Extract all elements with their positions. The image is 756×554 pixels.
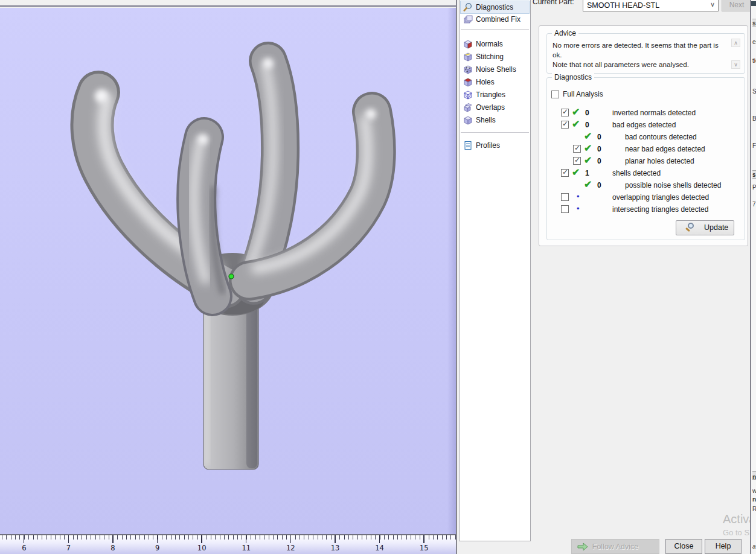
row-label: near bad edges detected: [625, 145, 705, 153]
green-arrow-icon: [577, 542, 589, 552]
ruler-major-ticks: [24, 535, 456, 543]
ok-check-icon: ✔: [584, 154, 592, 166]
row-checkbox[interactable]: [573, 145, 581, 153]
row-count: 0: [597, 133, 601, 141]
row-label: shells detected: [612, 169, 661, 177]
row-label: overlapping triangles detected: [612, 193, 709, 202]
clipped-text: s: [752, 171, 756, 178]
advice-title: Advice: [552, 29, 578, 37]
ruler-number: 15: [402, 544, 446, 552]
ok-check-icon: ✔: [584, 130, 592, 142]
ruler-number: 10: [179, 544, 224, 552]
sidebar-item-diagnostics[interactable]: Diagnostics: [461, 1, 529, 13]
clipped-text: Pa: [752, 184, 756, 191]
current-part-dropdown[interactable]: SMOOTH HEAD-STL ∨: [583, 0, 719, 11]
ok-check-icon: ✔: [572, 106, 580, 118]
sidebar-item-label: Triangles: [476, 91, 505, 99]
close-button[interactable]: Close: [665, 539, 702, 554]
clipped-right-panel: s es tio S B F s Pa 7. n wi ne R a: [750, 0, 756, 554]
ok-check-icon: ✔: [584, 142, 592, 154]
clipped-text: B: [752, 115, 756, 122]
application-window: 6 7 8 9 10 11 12 13 14 15 Diagnostics: [0, 0, 756, 554]
activation-watermark-line2: Go to S: [723, 528, 749, 537]
sidebar-item-label: Holes: [476, 78, 495, 86]
3d-viewport[interactable]: [0, 8, 456, 534]
clipped-text: wi: [752, 488, 756, 494]
sidebar-item-label: Diagnostics: [476, 3, 513, 11]
sidebar-item-stitching[interactable]: Stitching: [461, 51, 529, 63]
clipped-text: es: [752, 39, 756, 45]
ruler-number: 12: [269, 544, 313, 552]
sidebar-item-combined-fix[interactable]: Combined Fix: [461, 13, 529, 25]
row-checkbox[interactable]: [561, 169, 569, 177]
diag-row-bad-edges: ✔ 0 bad edges detected: [457, 119, 747, 132]
sidebar-item-triangles[interactable]: Triangles: [461, 89, 529, 101]
model-front-prong: [194, 134, 222, 296]
next-button[interactable]: Next: [722, 0, 752, 11]
diag-row-intersecting-triangles: • intersecting triangles detected: [457, 204, 747, 216]
row-checkbox[interactable]: [561, 205, 569, 213]
row-checkbox[interactable]: [573, 157, 581, 165]
advice-scrollbar[interactable]: ∧ ∨: [731, 39, 740, 69]
current-part-label: Current Part:: [533, 0, 574, 6]
ruler-number: 7: [46, 544, 91, 552]
ruler-number: 11: [224, 544, 269, 552]
advice-groupbox: Advice No more errors are detected. It s…: [546, 33, 745, 74]
row-label: bad edges detected: [612, 121, 676, 129]
row-label: inverted normals detected: [612, 109, 696, 117]
ok-check-icon: ✔: [572, 167, 580, 178]
origin-marker: [229, 274, 234, 279]
diag-row-planar-holes: ✔ 0 planar holes detected: [457, 156, 747, 168]
diagnostics-title: Diagnostics: [552, 73, 594, 81]
row-checkbox[interactable]: [561, 121, 569, 129]
advice-text: No more errors are detected. It seems th…: [553, 40, 725, 69]
clipped-text: tio: [752, 57, 756, 64]
cube-red-top-icon: [463, 77, 473, 87]
sidebar-separator: [461, 29, 529, 30]
full-analysis-row: Full Analysis: [551, 90, 603, 98]
row-count: 0: [597, 181, 601, 189]
update-button[interactable]: Update: [676, 220, 734, 235]
advice-line: No more errors are detected. It seems th…: [553, 40, 725, 60]
horizontal-ruler: 6 7 8 9 10 11 12 13 14 15: [0, 534, 456, 554]
sidebar-item-label: Noise Shells: [476, 65, 516, 74]
row-label: planar holes detected: [625, 157, 694, 165]
sidebar-item-label: Normals: [476, 40, 503, 48]
cube-dots-icon: [463, 65, 473, 74]
ok-check-icon: ✔: [584, 179, 592, 190]
clipped-text: R: [752, 506, 756, 512]
scroll-down-icon[interactable]: ∨: [731, 60, 740, 69]
diag-row-overlapping-triangles: • overlapping triangles detected: [457, 192, 747, 204]
ruler-number: 8: [91, 544, 135, 552]
follow-advice-button[interactable]: Follow Advice: [571, 539, 659, 554]
toolbar-edge: [0, 0, 456, 7]
clipped-text: S: [752, 88, 756, 95]
row-label: bad contours detected: [625, 133, 697, 141]
sidebar-item-holes[interactable]: Holes: [461, 76, 529, 88]
info-dot-icon: •: [577, 204, 580, 213]
clipped-text: n: [752, 474, 756, 480]
ruler-number: 9: [135, 544, 180, 552]
wizard-sidebar: Diagnostics Combined Fix Normals: [459, 0, 531, 541]
chevron-down-icon: ∨: [710, 1, 715, 8]
cube-stitch-icon: [463, 52, 473, 62]
diag-row-shells: ✔ 1 shells detected: [457, 168, 747, 180]
row-checkbox[interactable]: [561, 193, 569, 201]
magnifier-icon: [463, 2, 473, 12]
clipped-text: s: [752, 20, 756, 27]
ruler-number: 13: [313, 544, 357, 552]
sidebar-item-normals[interactable]: Normals: [461, 38, 529, 50]
stl-model: [0, 8, 456, 534]
fix-wizard-panel: Diagnostics Combined Fix Normals: [456, 0, 756, 554]
clipped-text: ne: [752, 496, 756, 503]
scroll-up-icon[interactable]: ∧: [731, 39, 740, 47]
clipped-text: a: [752, 543, 756, 550]
row-checkbox[interactable]: [561, 109, 569, 116]
sidebar-item-noise-shells[interactable]: Noise Shells: [461, 63, 529, 75]
info-dot-icon: •: [577, 192, 580, 201]
full-analysis-checkbox[interactable]: [551, 91, 559, 98]
ruler-number: 14: [357, 544, 402, 552]
ruler-numbers: 6 7 8 9 10 11 12 13 14 15: [2, 544, 446, 552]
help-button[interactable]: Help: [705, 539, 742, 554]
advice-line: Note that not all parameters were analys…: [553, 60, 725, 69]
